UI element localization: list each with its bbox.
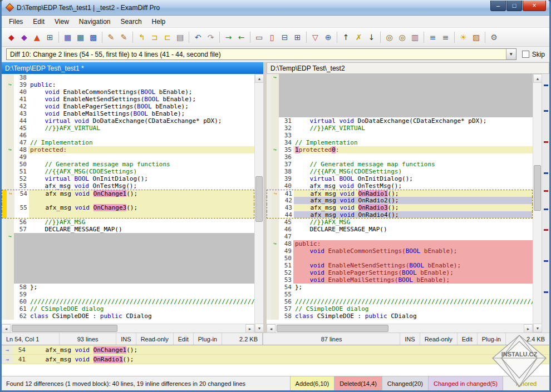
- code-line[interactable]: 57 DECLARE_MESSAGE_MAP(): [2, 226, 254, 233]
- scrollbar-thumb[interactable]: [534, 165, 541, 211]
- view-merged-icon[interactable]: ⊞: [291, 31, 304, 44]
- new-session-icon[interactable]: ⊞: [43, 31, 56, 44]
- code-line[interactable]: 51 //{{AFX_MSG(CDOESettings): [2, 168, 254, 175]
- alignment-gap[interactable]: [2, 255, 254, 262]
- swap-panes-icon[interactable]: ↰: [135, 31, 148, 44]
- code-line[interactable]: ↪48public:: [267, 240, 533, 247]
- scrollbar-thumb[interactable]: [277, 325, 388, 332]
- scrollbar-track[interactable]: [11, 324, 245, 333]
- code-line[interactable]: 56 //}}AFX_MSG: [2, 219, 254, 226]
- jump-arrow-icon[interactable]: ⇒: [2, 345, 13, 354]
- diff-map-mark[interactable]: [544, 190, 548, 192]
- scroll-up-icon[interactable]: ▲: [255, 74, 264, 83]
- code-line[interactable]: 43 void EnableMailSettings(BOOL bEnable)…: [2, 110, 254, 117]
- code-line[interactable]: 57// CSimpleDOE dialog: [267, 305, 533, 312]
- diff-map-mark[interactable]: [544, 209, 548, 210]
- last-difference-icon[interactable]: ↓: [365, 31, 378, 44]
- alignment-gap[interactable]: [2, 247, 254, 255]
- scrollbar-track[interactable]: [255, 83, 263, 324]
- scroll-left-icon[interactable]: ◄: [267, 324, 276, 333]
- scrollbar-thumb[interactable]: [12, 325, 117, 332]
- diff-map-mark[interactable]: [544, 291, 548, 293]
- previous-difference-icon[interactable]: ←: [235, 31, 248, 44]
- code-line[interactable]: ↪54 afx_msg void OnChange1();: [2, 190, 254, 197]
- code-line[interactable]: 62class CSimpleDOE : public CDialog: [2, 312, 254, 320]
- code-line[interactable]: ↪351protected0:: [267, 146, 533, 153]
- redo-icon[interactable]: ↷: [204, 31, 217, 44]
- word-wrap-icon[interactable]: ≡: [439, 31, 452, 44]
- code-line[interactable]: 45 //}}AFX_VIRTUAL: [2, 125, 254, 132]
- detail-line[interactable]: ⇒41 afx_msg void OnRadio1();: [2, 355, 549, 364]
- compare-snapshot-icon[interactable]: ▲: [31, 31, 43, 44]
- print-preview-icon[interactable]: ▥: [409, 31, 421, 44]
- undo-icon[interactable]: ↶: [191, 31, 204, 44]
- minimize-button[interactable]: –: [490, 1, 506, 11]
- scroll-down-icon[interactable]: ▼: [533, 324, 542, 333]
- view-vertical-panes-icon[interactable]: ▯: [265, 31, 278, 44]
- menu-item-view[interactable]: View: [50, 16, 74, 27]
- chevron-down-icon[interactable]: ▼: [506, 49, 516, 59]
- save-session-icon[interactable]: ▩: [87, 31, 100, 44]
- alignment-gap[interactable]: [267, 88, 533, 96]
- code-line[interactable]: 40 void EnableCommonSettings(BOOL bEnabl…: [2, 88, 254, 96]
- code-line[interactable]: 34// Implementation: [267, 139, 533, 146]
- code-line[interactable]: [2, 211, 254, 219]
- code-line[interactable]: 43 afx_msg void OnRadio3();: [267, 204, 533, 211]
- scrollbar-track[interactable]: [533, 83, 542, 324]
- jump-arrow-icon[interactable]: ⇒: [2, 355, 13, 364]
- code-line[interactable]: 49 void EnableCommonSettings(BOOL bEnabl…: [267, 247, 533, 255]
- save-first-icon[interactable]: ▦: [61, 31, 74, 44]
- print-icon[interactable]: ▤: [174, 31, 186, 44]
- menu-item-files[interactable]: Files: [4, 16, 28, 27]
- code-line[interactable]: 54};: [267, 284, 533, 291]
- editor-options-icon[interactable]: ▨: [470, 31, 483, 44]
- open-first-icon[interactable]: ⊐: [148, 31, 161, 44]
- detail-line[interactable]: ⇒54 afx_msg void OnChange1();: [2, 345, 549, 355]
- title-bar[interactable]: D:\Temp\EDP Test\_test1 | _test2 - ExamD…: [2, 0, 549, 16]
- code-line[interactable]: 47// Implementation: [2, 139, 254, 146]
- right-horizontal-scrollbar[interactable]: ◄ ►: [267, 324, 533, 333]
- code-line[interactable]: ↪39public:: [2, 81, 254, 88]
- scroll-down-icon[interactable]: ▼: [255, 324, 264, 333]
- scroll-right-icon[interactable]: ►: [524, 324, 533, 333]
- code-line[interactable]: 53 afx_msg void OnTestMsg();: [2, 182, 254, 190]
- code-line[interactable]: 53 void EnableMailSettings(BOOL bEnable)…: [267, 276, 533, 284]
- save-second-icon[interactable]: ▦: [74, 31, 87, 44]
- diff-map-mark[interactable]: [544, 85, 548, 86]
- alignment-gap[interactable]: [267, 110, 533, 117]
- scroll-up-icon[interactable]: ▲: [533, 74, 542, 83]
- code-line[interactable]: 50: [267, 255, 533, 262]
- view-split-icon[interactable]: ⊟: [278, 31, 291, 44]
- diff-map-mark[interactable]: [544, 172, 548, 174]
- diff-map-mark[interactable]: [544, 141, 548, 143]
- compare-directories-icon[interactable]: ◆: [18, 31, 31, 44]
- menu-item-navigation[interactable]: Navigation: [74, 16, 116, 27]
- diff-map-mark[interactable]: [544, 229, 548, 231]
- code-line[interactable]: 45 //}}AFX_MSG: [267, 219, 533, 226]
- code-line[interactable]: 36: [267, 153, 533, 161]
- code-line[interactable]: 38 //{{AFX_MSG(CDOESettings): [267, 168, 533, 175]
- alignment-gap[interactable]: [2, 240, 254, 247]
- maximize-button[interactable]: □: [506, 1, 522, 11]
- diff-map-mark[interactable]: [544, 110, 548, 112]
- scroll-right-icon[interactable]: ►: [245, 324, 254, 333]
- compare-files-icon[interactable]: ◆: [5, 31, 18, 44]
- code-line[interactable]: 42 afx_msg void OnRadio2();: [267, 197, 533, 204]
- alignment-gap[interactable]: [2, 276, 254, 284]
- code-line[interactable]: 46: [2, 132, 254, 139]
- code-line[interactable]: 32 //}}AFX_VIRTUAL: [267, 125, 533, 132]
- code-line[interactable]: 50 // Generated message map functions: [2, 161, 254, 168]
- current-difference-icon[interactable]: ✗: [352, 31, 365, 44]
- diff-map-mark[interactable]: [544, 260, 548, 262]
- code-line[interactable]: 55: [267, 291, 533, 298]
- synchronize-scrolling-icon[interactable]: ⊕: [322, 31, 334, 44]
- left-pane-header[interactable]: D:\Temp\EDP Test\_test1 *: [2, 62, 263, 74]
- next-difference-icon[interactable]: →: [222, 31, 235, 44]
- code-line[interactable]: 58};: [2, 284, 254, 291]
- right-vertical-scrollbar[interactable]: ▲ ▼: [533, 74, 542, 333]
- alignment-gap[interactable]: ↪: [267, 74, 533, 81]
- first-difference-icon[interactable]: ↑: [340, 31, 352, 44]
- statistics-menu-icon[interactable]: ≡: [426, 31, 439, 44]
- code-line[interactable]: 31 virtual void DoDataExchange(CDataExch…: [267, 117, 533, 125]
- menu-item-edit[interactable]: Edit: [28, 16, 50, 27]
